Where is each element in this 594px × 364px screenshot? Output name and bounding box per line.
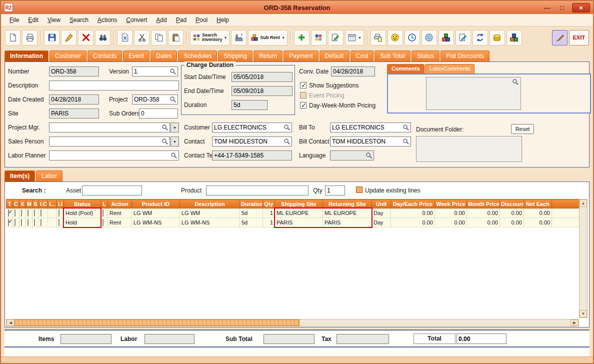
labor-total-input[interactable] — [144, 334, 194, 344]
factory-button[interactable] — [231, 30, 246, 46]
description-cell[interactable]: LG WM — [180, 208, 240, 218]
tab-labor-comments[interactable]: LaborComments — [425, 64, 474, 74]
col-header-discount[interactable]: Discount — [500, 200, 524, 208]
col-header[interactable]: S — [32, 200, 39, 208]
menu-search[interactable]: Search — [65, 15, 93, 25]
customer-input[interactable] — [212, 124, 284, 132]
col-header[interactable]: I... — [48, 200, 57, 208]
reset-button[interactable]: Reset — [511, 124, 534, 134]
col-header-status[interactable]: Status — [64, 200, 101, 208]
end-date-input[interactable] — [232, 86, 292, 96]
m-cell[interactable] — [26, 208, 32, 218]
tab-contacts[interactable]: Contacts — [88, 50, 122, 62]
menu-file[interactable]: File — [5, 15, 24, 25]
sub-orders-input[interactable] — [139, 108, 178, 118]
t-cell[interactable] — [6, 218, 13, 228]
row-checkbox[interactable] — [34, 210, 35, 216]
menu-convert[interactable]: Convert — [122, 15, 152, 25]
product-search-input[interactable] — [206, 186, 308, 196]
col-header[interactable]: M — [26, 200, 32, 208]
vertical-scroll-track[interactable] — [580, 207, 587, 310]
row-checkbox[interactable] — [21, 210, 22, 216]
notes-button[interactable] — [456, 30, 471, 46]
day-week-month-checkbox[interactable] — [300, 102, 306, 108]
number-input[interactable] — [49, 66, 99, 76]
chevron-down-icon[interactable]: ▼ — [224, 36, 228, 40]
lookup-icon[interactable] — [284, 124, 290, 131]
row-checkbox[interactable] — [40, 210, 42, 216]
save-button[interactable] — [44, 30, 60, 46]
financials-button[interactable] — [490, 30, 505, 46]
duration-input[interactable] — [232, 100, 268, 110]
event-pricing-checkbox[interactable] — [300, 92, 306, 98]
col-header[interactable]: I.I — [57, 200, 64, 208]
chevron-down-icon[interactable]: ▼ — [282, 36, 285, 40]
minimize-button[interactable]: — — [542, 4, 552, 12]
scroll-down-button[interactable]: ▼ — [580, 310, 587, 318]
vertical-scrollbar[interactable]: ▲ ▼ — [579, 199, 588, 318]
week-price-cell[interactable]: 0.00 — [435, 218, 467, 228]
start-date-input[interactable] — [232, 72, 292, 82]
total-input[interactable] — [456, 334, 506, 344]
col-header[interactable]: L — [101, 200, 108, 208]
ii-cell[interactable] — [57, 208, 64, 218]
sales-person-input[interactable] — [50, 138, 162, 146]
row-checkbox[interactable] — [58, 219, 60, 226]
row-checkbox[interactable] — [40, 219, 42, 226]
unit-cell[interactable]: Day — [372, 218, 391, 228]
discount-cell[interactable]: 0.00 — [500, 208, 524, 218]
bill-to-input[interactable] — [330, 124, 402, 132]
project-mgr-input[interactable] — [50, 124, 162, 132]
date-created-input[interactable] — [49, 94, 99, 104]
sub-total-input[interactable] — [264, 334, 314, 344]
t-cell[interactable] — [6, 208, 13, 218]
lookup-icon[interactable] — [284, 138, 290, 145]
col-header[interactable]: I.C — [39, 200, 48, 208]
i-cell[interactable] — [48, 218, 57, 228]
edit-button[interactable] — [61, 30, 76, 46]
tab-default[interactable]: Default — [320, 50, 350, 62]
net-each-cell[interactable]: 0.00 — [524, 218, 552, 228]
unit-cell[interactable]: Day — [372, 208, 391, 218]
shipping-site-cell[interactable]: ML EUROPE — [275, 208, 323, 218]
tab-sub-total[interactable]: Sub Total — [374, 50, 410, 62]
search-inventory-button[interactable]: SearchInventory ▼ — [190, 30, 230, 46]
row-checkbox[interactable] — [102, 210, 104, 216]
scroll-left-button[interactable]: ◀ — [6, 320, 14, 326]
col-header[interactable]: X — [20, 200, 26, 208]
menu-pad[interactable]: Pad — [172, 15, 191, 25]
tab-shipping[interactable]: Shipping — [218, 50, 252, 62]
tab-return[interactable]: Return — [254, 50, 282, 62]
site-input[interactable] — [49, 108, 99, 118]
sales-person-dropdown-button[interactable]: ▼ — [170, 136, 179, 146]
x-cell[interactable] — [20, 218, 26, 228]
day-each-price-cell[interactable]: 0.00 — [391, 218, 435, 228]
menu-actions[interactable]: Actions — [93, 15, 122, 25]
document-folder-box[interactable] — [416, 136, 522, 162]
version-input[interactable] — [132, 68, 170, 76]
tab-schedules[interactable]: Schedules — [178, 50, 217, 62]
s-cell[interactable] — [32, 218, 39, 228]
col-header-product-id[interactable]: Product ID — [132, 200, 180, 208]
menu-help[interactable]: Help — [212, 15, 234, 25]
net-each-cell[interactable]: 0.00 — [524, 208, 552, 218]
paste-button[interactable] — [168, 30, 184, 46]
qty-cell[interactable]: 1 — [263, 208, 275, 218]
cut-button[interactable] — [134, 30, 150, 46]
l-cell[interactable] — [101, 208, 108, 218]
c-cell[interactable] — [13, 218, 20, 228]
qty-input[interactable] — [325, 186, 345, 196]
history-button[interactable] — [404, 30, 420, 46]
l-cell[interactable] — [101, 218, 108, 228]
lookup-icon[interactable] — [170, 96, 176, 103]
tab-payment[interactable]: Payment — [284, 50, 318, 62]
product-id-cell[interactable]: LG WM-NS — [132, 218, 180, 228]
smiley-button[interactable] — [388, 30, 403, 46]
lookup-icon[interactable] — [512, 78, 519, 86]
bill-contact-input[interactable] — [330, 138, 402, 146]
scroll-right-button[interactable]: ▶ — [570, 320, 578, 326]
edit-note-button[interactable] — [328, 30, 344, 46]
tab-cost[interactable]: Cost — [350, 50, 374, 62]
delete-button[interactable] — [78, 30, 94, 46]
chevron-down-icon[interactable]: ▼ — [358, 36, 362, 40]
